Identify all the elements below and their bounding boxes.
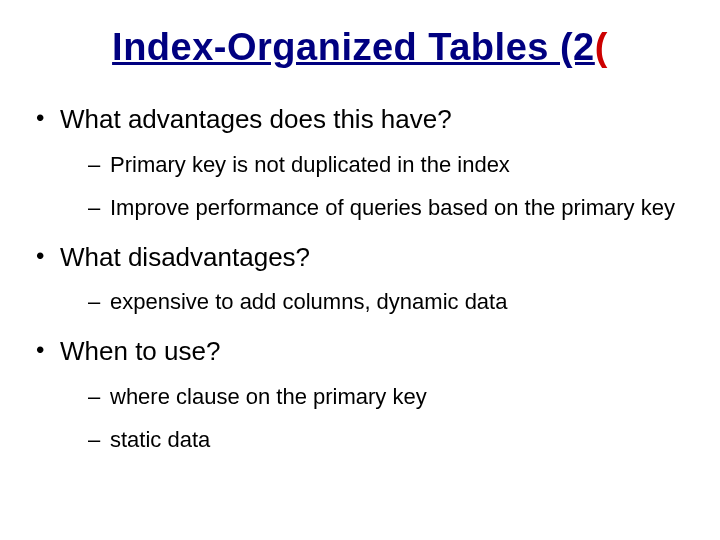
sub-bullet-item: where clause on the primary key [88,382,690,412]
slide: Index-Organized Tables (2( What advantag… [0,0,720,540]
title-main: Index-Organized Tables (2 [112,26,595,68]
bullet-text: When to use? [60,336,220,366]
sub-bullet-text: Improve performance of queries based on … [110,195,675,220]
sub-bullet-text: expensive to add columns, dynamic data [110,289,507,314]
sub-bullet-list: where clause on the primary key static d… [60,382,690,455]
sub-bullet-item: Primary key is not duplicated in the ind… [88,150,690,180]
sub-bullet-list: Primary key is not duplicated in the ind… [60,150,690,223]
bullet-text: What advantages does this have? [60,104,452,134]
sub-bullet-item: expensive to add columns, dynamic data [88,287,690,317]
sub-bullet-item: Improve performance of queries based on … [88,193,690,223]
slide-title: Index-Organized Tables (2( [30,26,690,69]
bullet-item: What disadvantages? expensive to add col… [30,241,690,317]
bullet-item: When to use? where clause on the primary… [30,335,690,455]
bullet-text: What disadvantages? [60,242,310,272]
sub-bullet-text: Primary key is not duplicated in the ind… [110,152,510,177]
title-trailing-paren: ( [595,26,608,68]
sub-bullet-list: expensive to add columns, dynamic data [60,287,690,317]
sub-bullet-text: where clause on the primary key [110,384,427,409]
sub-bullet-text: static data [110,427,210,452]
bullet-item: What advantages does this have? Primary … [30,103,690,223]
bullet-list: What advantages does this have? Primary … [30,103,690,455]
sub-bullet-item: static data [88,425,690,455]
